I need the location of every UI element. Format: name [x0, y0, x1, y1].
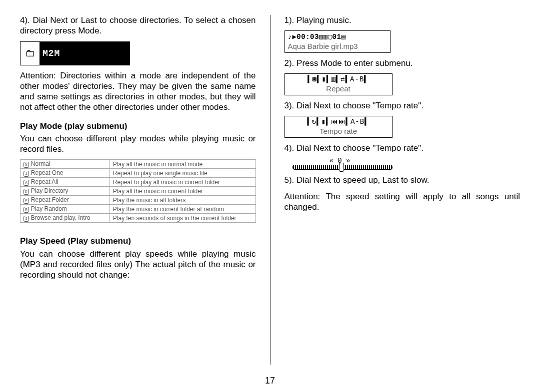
mode-name-cell: IBrowse and play, Intro	[20, 214, 110, 223]
mode-icon: D	[24, 189, 29, 195]
mode-name-cell: FRepeat Folder	[20, 196, 110, 205]
step-text: 1). Playing music.	[284, 15, 520, 25]
play-mode-intro: You can choose different play modes whil…	[20, 133, 256, 155]
column-divider	[270, 15, 270, 365]
lcd-icon-row: ▍◙▍▮▍▥▍⇄▍A-B▍	[287, 75, 390, 83]
attention-text: Attention: The speed setting will apply …	[284, 191, 520, 213]
step-text: 3). Dial Next to choose "Tempo rate".	[284, 100, 520, 111]
mode-desc-cell: Play all the music in normal mode	[110, 160, 256, 169]
mode-icon: I	[24, 216, 29, 222]
mode-name-cell: RPlay Random	[20, 205, 110, 214]
play-speed-heading: Play Speed (Play submenu)	[20, 236, 256, 246]
slider-value: « 0 »	[292, 157, 520, 165]
mode-icon: 1	[24, 171, 29, 177]
mode-desc-cell: Repeat to play all music in current fold…	[110, 178, 256, 187]
mode-name-cell: DPlay Directory	[20, 187, 110, 196]
lcd-filename: Aqua Barbie girl.mp3	[288, 41, 387, 51]
mode-name-cell: NNormal	[20, 160, 110, 169]
play-mode-table: NNormalPlay all the music in normal mode…	[20, 159, 256, 223]
folder-icon: 🗀	[20, 42, 40, 65]
lcd-icon-row: ▍↻▍▮▍⏮⏭▍A-B▍	[287, 117, 390, 126]
table-row: FRepeat FolderPlay the music in all fold…	[20, 196, 256, 205]
page-number: 17	[0, 376, 540, 386]
lcd-submenu-repeat: ▍◙▍▮▍▥▍⇄▍A-B▍ Repeat	[284, 73, 392, 95]
table-row: DPlay DirectoryPlay all the music in cur…	[20, 187, 256, 196]
mode-icon: R	[24, 207, 29, 213]
mode-desc-cell: Play ten seconds of songs in the current…	[110, 214, 256, 223]
table-row: 1Repeat OneRepeat to play one single mus…	[20, 169, 256, 178]
mode-desc-cell: Play the music in current folder at rand…	[110, 205, 256, 214]
table-row: IBrowse and play, IntroPlay ten seconds …	[20, 214, 256, 223]
step-text: 2). Press Mode to enter submenu.	[284, 58, 520, 68]
lcd-status-row: ♪▶00:03▥▥▢01▤	[288, 32, 387, 41]
mode-icon: F	[24, 198, 29, 204]
table-row: NNormalPlay all the music in normal mode	[20, 160, 256, 169]
step-text: 4). Dial Next or Last to choose director…	[20, 15, 256, 36]
table-row: RPlay RandomPlay the music in current fo…	[20, 205, 256, 214]
mode-desc-cell: Play all the music in current folder	[110, 187, 256, 196]
mode-name-cell: ARepeat All	[20, 178, 110, 187]
slider-knob	[339, 163, 344, 172]
lcd-submenu-tempo: ▍↻▍▮▍⏮⏭▍A-B▍ Tempo rate	[284, 116, 392, 138]
play-mode-heading: Play Mode (play submenu)	[20, 121, 256, 131]
attention-text: Attention: Directories within a mode are…	[20, 70, 256, 113]
lcd-submenu-label: Repeat	[287, 83, 390, 95]
mode-desc-cell: Repeat to play one single music file	[110, 169, 256, 178]
table-row: ARepeat AllRepeat to play all music in c…	[20, 178, 256, 187]
right-column: 1). Playing music. ♪▶00:03▥▥▢01▤ Aqua Ba…	[284, 15, 520, 365]
mode-icon: A	[24, 180, 29, 186]
mode-desc-cell: Play the music in all folders	[110, 196, 256, 205]
play-speed-intro: You can choose different play speeds whi…	[20, 249, 256, 281]
lcd-now-playing: ♪▶00:03▥▥▢01▤ Aqua Barbie girl.mp3	[284, 30, 390, 53]
mode-icon: N	[24, 162, 29, 168]
step-text: 5). Dial Next to speed up, Last to slow.	[284, 175, 520, 185]
lcd-directory-name: M2M	[40, 42, 130, 65]
step-text: 4). Dial Next to choose "Tempo rate".	[284, 143, 520, 153]
lcd-tempo-slider: « 0 »	[292, 157, 520, 170]
lcd-submenu-label: Tempo rate	[287, 126, 390, 137]
lcd-directory-display: 🗀 M2M	[20, 41, 130, 65]
mode-name-cell: 1Repeat One	[20, 169, 110, 178]
left-column: 4). Dial Next or Last to choose director…	[20, 15, 256, 365]
slider-track	[292, 165, 392, 170]
